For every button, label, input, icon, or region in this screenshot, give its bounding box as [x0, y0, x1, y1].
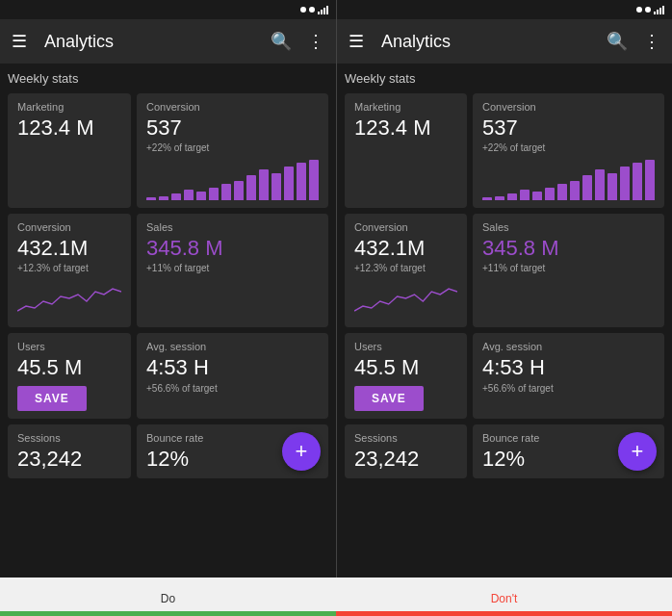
bar-item — [171, 193, 181, 200]
bar-item — [582, 175, 592, 200]
sales-value-do: 345.8 M — [146, 237, 319, 260]
bar-chart-do — [146, 157, 319, 200]
status-dot1 — [300, 7, 306, 13]
bar-item — [495, 196, 504, 201]
dont-label-text: Don't — [491, 592, 518, 609]
save-button-do[interactable]: SAVE — [17, 386, 87, 411]
hamburger-icon-dont[interactable]: ☰ — [349, 31, 364, 52]
bar-item — [196, 192, 206, 200]
marketing-label-do: Marketing — [17, 101, 121, 113]
weekly-stats-label-dont: Weekly stats — [345, 71, 664, 86]
sessions-card-dont: Sessions 23,242 — [345, 424, 467, 478]
bar-item — [271, 173, 281, 200]
bar-item — [146, 197, 156, 200]
conversion-top-card-dont: Conversion 537 +22% of target — [473, 93, 664, 208]
conversion-main-value-do: 432.1M — [17, 237, 121, 260]
do-bottom-label: Do — [0, 578, 336, 616]
bar-item — [507, 193, 517, 200]
marketing-label-dont: Marketing — [354, 101, 457, 113]
dont-content: Weekly stats Marketing 123.4 M Conversio… — [337, 64, 672, 578]
cards-grid-dont: Marketing 123.4 M Conversion 537 +22% of… — [345, 93, 664, 478]
bar-item — [545, 188, 555, 200]
conversion-top-label-dont: Conversion — [482, 101, 655, 113]
users-card-do: Users 45.5 M SAVE — [8, 333, 131, 418]
hamburger-icon-do[interactable]: ☰ — [12, 31, 27, 52]
more-icon-dont[interactable]: ⋮ — [643, 31, 660, 52]
app-bar-icons-do: 🔍 ⋮ — [271, 31, 324, 52]
app-title-do: Analytics — [44, 32, 261, 52]
bounce-rate-card-do: Bounce rate 12% + — [137, 424, 328, 478]
conversion-main-label-dont: Conversion — [354, 221, 457, 233]
sales-value-dont: 345.8 M — [482, 237, 655, 260]
do-content: Weekly stats Marketing 123.4 M Conversio… — [0, 64, 336, 578]
status-bar-dont — [337, 0, 672, 19]
avg-session-subtitle-do: +56.6% of target — [146, 383, 319, 394]
conversion-top-label-do: Conversion — [146, 101, 319, 113]
bar-item — [607, 173, 617, 200]
avg-session-value-dont: 4:53 H — [482, 356, 655, 379]
save-button-dont[interactable]: SAVE — [354, 386, 424, 411]
bar-item — [482, 197, 492, 200]
bar-item — [645, 160, 655, 200]
fab-do[interactable]: + — [282, 432, 321, 471]
bar-item — [570, 181, 580, 201]
fab-dont[interactable]: + — [618, 432, 657, 471]
dont-bar — [336, 611, 672, 616]
status-icons-dont — [636, 5, 664, 14]
signal-bar-do — [318, 5, 328, 14]
bar-item — [633, 163, 642, 200]
bar-item — [234, 181, 244, 201]
more-icon-do[interactable]: ⋮ — [307, 31, 324, 52]
sessions-label-dont: Sessions — [354, 432, 457, 444]
app-bar-icons-dont: 🔍 ⋮ — [607, 31, 660, 52]
sales-card-do: Sales 345.8 M +11% of target — [137, 214, 328, 327]
bounce-rate-card-dont: Bounce rate 12% + — [473, 424, 664, 478]
dont-bottom-label: Don't — [336, 578, 672, 616]
panels-row: ☰ Analytics 🔍 ⋮ Weekly stats Marketing 1… — [0, 0, 672, 578]
marketing-card-do: Marketing 123.4 M — [8, 93, 131, 208]
line-chart-dont — [354, 277, 457, 316]
marketing-card-dont: Marketing 123.4 M — [345, 93, 467, 208]
users-label-dont: Users — [354, 341, 457, 352]
conversion-main-label-do: Conversion — [17, 221, 121, 233]
avg-session-label-dont: Avg. session — [482, 341, 655, 352]
weekly-stats-label-do: Weekly stats — [8, 71, 328, 86]
bar-item — [595, 169, 605, 201]
bar-item — [532, 192, 542, 200]
bar-item — [209, 188, 219, 200]
conversion-main-card-dont: Conversion 432.1M +12.3% of target — [345, 214, 467, 327]
search-icon-dont[interactable]: 🔍 — [607, 31, 628, 52]
status-dot4 — [645, 7, 651, 13]
do-panel: ☰ Analytics 🔍 ⋮ Weekly stats Marketing 1… — [0, 0, 336, 578]
conversion-main-card-do: Conversion 432.1M +12.3% of target — [8, 214, 131, 327]
sales-subtitle-do: +11% of target — [146, 263, 319, 273]
signal-bar-dont — [654, 5, 664, 14]
status-dot2 — [309, 7, 315, 13]
app-bar-dont: ☰ Analytics 🔍 ⋮ — [337, 19, 672, 64]
bar-item — [184, 190, 194, 200]
conversion-main-subtitle-do: +12.3% of target — [17, 263, 121, 273]
marketing-value-do: 123.4 M — [17, 116, 121, 140]
do-bar — [0, 611, 336, 616]
do-label-text: Do — [161, 592, 175, 609]
status-dot3 — [636, 7, 642, 13]
main-container: ☰ Analytics 🔍 ⋮ Weekly stats Marketing 1… — [0, 0, 672, 616]
sales-card-dont: Sales 345.8 M +11% of target — [473, 214, 664, 327]
avg-session-label-do: Avg. session — [146, 341, 319, 352]
sessions-label-do: Sessions — [17, 432, 121, 444]
avg-session-card-dont: Avg. session 4:53 H +56.6% of target — [473, 333, 664, 418]
avg-session-card-do: Avg. session 4:53 H +56.6% of target — [137, 333, 328, 418]
bar-item — [159, 196, 168, 201]
conversion-main-subtitle-dont: +12.3% of target — [354, 263, 457, 273]
avg-session-value-do: 4:53 H — [146, 356, 319, 379]
status-icons-do — [300, 5, 328, 14]
conversion-main-value-dont: 432.1M — [354, 237, 457, 260]
status-bar-do — [0, 0, 336, 19]
search-icon-do[interactable]: 🔍 — [271, 31, 292, 52]
sales-label-do: Sales — [146, 221, 319, 233]
bar-item — [221, 184, 231, 200]
users-label-do: Users — [17, 341, 121, 352]
conversion-top-value-dont: 537 — [482, 116, 655, 140]
app-bar-do: ☰ Analytics 🔍 ⋮ — [0, 19, 336, 64]
cards-grid-do: Marketing 123.4 M Conversion 537 +22% of… — [8, 93, 328, 478]
